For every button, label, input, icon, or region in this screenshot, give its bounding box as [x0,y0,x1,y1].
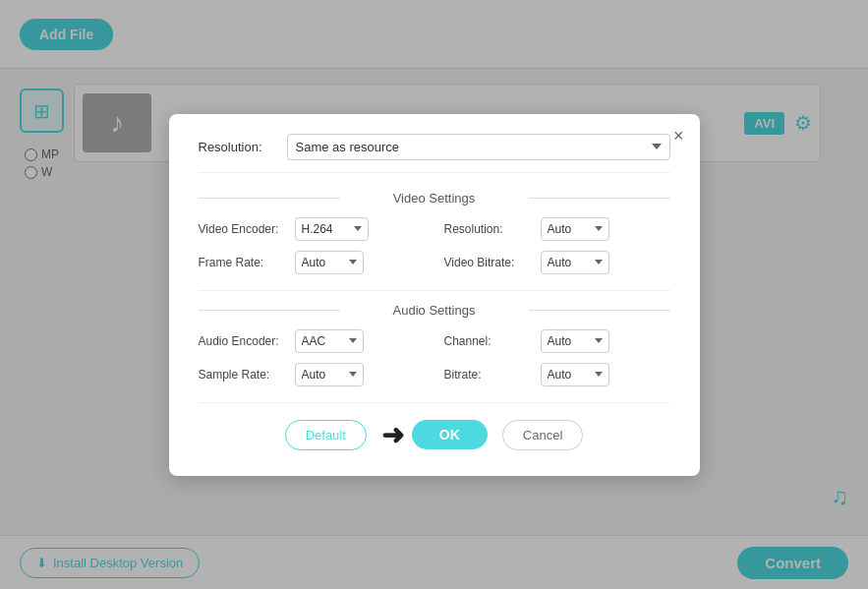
frame-rate-label: Frame Rate: [199,256,287,269]
app-background: Add File ⊞ MP W ♪ [0,0,868,589]
audio-encoder-select[interactable]: AAC MP3 AC3 [295,329,364,353]
channel-label: Channel: [444,334,533,348]
ok-button[interactable]: OK [412,420,488,449]
divider-2 [199,402,670,403]
video-section-header: Video Settings [199,191,670,206]
video-bitrate-row: Video Bitrate: Auto [444,251,670,274]
modal-footer: Default ➜ OK Cancel [199,419,670,451]
video-bitrate-label: Video Bitrate: [444,256,533,269]
video-encoder-label: Video Encoder: [199,222,287,236]
default-button[interactable]: Default [285,420,367,450]
modal-overlay: × Resolution: Same as resource 1920x1080… [0,0,868,589]
video-settings-grid: Video Encoder: H.264 H.265 MPEG-4 Resolu… [199,217,670,274]
arrow-ok-group: ➜ OK [381,419,488,451]
audio-encoder-label: Audio Encoder: [199,334,287,348]
channel-select[interactable]: Auto [541,329,609,353]
cancel-button[interactable]: Cancel [502,420,583,450]
modal-close-button[interactable]: × [673,126,684,147]
resolution-select[interactable]: Same as resource 1920x1080 1280x720 640x… [287,134,670,160]
resolution-label: Resolution: [199,140,287,154]
bitrate-select[interactable]: Auto [541,363,609,386]
arrow-icon: ➜ [381,419,404,451]
video-encoder-row: Video Encoder: H.264 H.265 MPEG-4 [199,217,425,241]
sample-rate-select[interactable]: Auto [295,363,364,386]
audio-encoder-row: Audio Encoder: AAC MP3 AC3 [199,329,425,353]
channel-row: Channel: Auto [444,329,670,353]
video-bitrate-select[interactable]: Auto [541,251,609,274]
divider [199,290,670,291]
video-encoder-select[interactable]: H.264 H.265 MPEG-4 [295,217,369,241]
resolution-sub-label: Resolution: [444,222,533,236]
audio-settings-grid: Audio Encoder: AAC MP3 AC3 Channel: Auto [199,329,670,386]
resolution-row: Resolution: Same as resource 1920x1080 1… [199,134,670,173]
sample-rate-label: Sample Rate: [199,368,287,382]
frame-rate-select[interactable]: Auto [295,251,364,274]
frame-rate-row: Frame Rate: Auto [199,251,425,274]
bitrate-label: Bitrate: [444,368,533,382]
settings-modal: × Resolution: Same as resource 1920x1080… [169,114,700,476]
sample-rate-row: Sample Rate: Auto [199,363,425,386]
audio-section-header: Audio Settings [199,303,670,318]
resolution-sub-row: Resolution: Auto [444,217,670,241]
resolution-sub-select[interactable]: Auto [541,217,609,241]
bitrate-row: Bitrate: Auto [444,363,670,386]
